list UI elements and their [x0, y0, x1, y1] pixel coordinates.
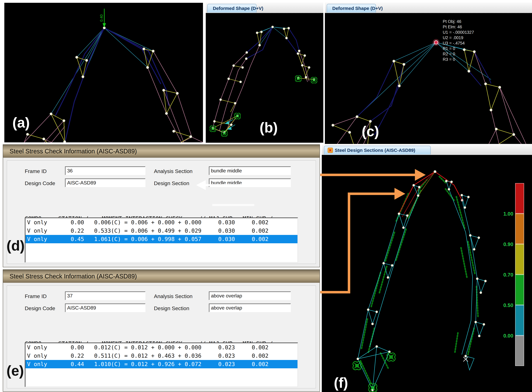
load-arrow-icon: 0.40: [99, 9, 106, 28]
tooltip-line: U3 = -.4754: [443, 41, 474, 46]
list-item[interactable]: V only 0.22 0.511(C) = 0.012 + 0.463 + 0…: [26, 352, 297, 360]
legend-label: 0.50: [495, 302, 513, 308]
tab-label: Steel Design Sections (AISC-ASD89): [335, 148, 415, 153]
tooltip-line: R3 = 0: [443, 57, 474, 62]
legend-swatch-yellow: [515, 244, 524, 275]
list-item[interactable]: V only 0.22 0.533(C) = 0.006 + 0.499 + 0…: [26, 227, 297, 235]
panel-c-tabstrip: Deformed Shape (D+V): [325, 2, 532, 14]
panel-c-label: (c): [362, 123, 379, 140]
load-value: 0.40: [99, 14, 103, 22]
composite-figure: 0.40 (a) Deformed Shape (D+V): [0, 0, 532, 392]
tab-deformed-shape-b[interactable]: Deformed Shape (D+V): [207, 4, 256, 13]
panel-c-structure: [325, 13, 532, 144]
navy-chords: [55, 28, 169, 142]
frame-id-label: Frame ID: [25, 293, 47, 299]
steel-stress-check-dialog-d: Steel Stress Check Information (AISC-ASD…: [3, 144, 320, 267]
design-code-label: Design Code: [25, 305, 55, 311]
legend-label: 1.00: [495, 211, 513, 217]
stress-check-list-e[interactable]: V only 0.00 0.012(C) = 0.012 + 0.000 + 0…: [25, 342, 298, 387]
analysis-section-field[interactable]: bundle middle: [209, 166, 291, 175]
legend-swatch-red: [515, 183, 524, 214]
panel-c-window: Deformed Shape (D+V): [325, 2, 532, 144]
stress-check-list-d[interactable]: V only 0.00 0.006(C) = 0.006 + 0.000 + 0…: [25, 217, 298, 263]
legend-swatch-green: [515, 275, 524, 305]
design-code-field[interactable]: AISC-ASD89: [65, 303, 145, 312]
tab-deformed-shape-c[interactable]: Deformed Shape (D+V): [327, 4, 376, 13]
panel-f-label: (f): [334, 375, 348, 391]
panel-a-label: (a): [12, 115, 30, 131]
list-item-selected[interactable]: V only 0.45 1.061(C) = 0.006 + 0.998 + 0…: [26, 235, 297, 243]
panel-c-model-view[interactable]: Pt Obj: 46 Pt Elm: 46 U1 = -.00001327 U2…: [325, 13, 532, 144]
list-item[interactable]: V only 0.00 0.006(C) = 0.006 + 0.000 + 0…: [26, 218, 297, 227]
panel-a-structure: 0.40: [4, 3, 203, 142]
tooltip-line: Pt Elm: 46: [443, 24, 474, 30]
legend-swatch-gray: [515, 336, 524, 366]
tooltip-line: R1 = 0: [443, 46, 474, 51]
legend-label: 0.00: [495, 333, 513, 339]
list-item-selected[interactable]: V only 0.44 1.010(C) = 0.012 + 0.926 + 0…: [26, 360, 297, 368]
joints: [26, 27, 192, 142]
analysis-section-label: Analysis Section: [154, 168, 192, 174]
design-section-label: Design Section: [154, 305, 189, 311]
app-icon: [328, 148, 333, 153]
design-code-field[interactable]: AISC-ASD89: [65, 178, 145, 187]
tab-label: Deformed Shape (D+V): [332, 6, 383, 11]
dialog-d-titlebar[interactable]: Steel Stress Check Information (AISC-ASD…: [3, 145, 319, 158]
design-section-field[interactable]: bundle middle: [209, 178, 291, 187]
frame-id-label: Frame ID: [25, 168, 47, 174]
panel-a-model-view[interactable]: 0.40 (a): [4, 3, 203, 142]
dialog-e-title: Steel Stress Check Information (AISC-ASD…: [3, 273, 137, 280]
legend-swatch-teal: [515, 305, 524, 336]
legend-label: 0.70: [495, 272, 513, 278]
panel-f-tabstrip: Steel Design Sections (AISC-ASD89): [322, 144, 532, 155]
yellow-bracing: [28, 49, 191, 142]
design-code-label: Design Code: [25, 180, 55, 186]
analysis-section-label: Analysis Section: [154, 293, 192, 299]
panel-b-label: (b): [259, 119, 278, 136]
tab-steel-design-sections[interactable]: Steel Design Sections (AISC-ASD89): [324, 146, 431, 154]
list-item[interactable]: V only 0.00 0.012(C) = 0.012 + 0.000 + 0…: [26, 343, 297, 352]
design-section-field[interactable]: above overlap: [209, 303, 291, 312]
tab-label: Deformed Shape (D+V): [213, 6, 263, 11]
panel-b-model-view[interactable]: (b): [206, 13, 323, 143]
selected-joint[interactable]: [433, 39, 439, 45]
panel-d-label: (d): [6, 238, 25, 254]
panel-b-window: Deformed Shape (D+V): [206, 2, 323, 143]
tooltip-line: R2 = 0: [443, 51, 474, 57]
dialog-e-titlebar[interactable]: Steel Stress Check Information (AISC-ASD…: [3, 270, 319, 283]
joint-displacement-tooltip: Pt Obj: 46 Pt Elm: 46 U1 = -.00001327 U2…: [443, 19, 474, 62]
fan-lines: [51, 28, 153, 114]
tooltip-line: U1 = -.00001327: [443, 30, 474, 35]
frame-id-field[interactable]: 36: [65, 166, 145, 175]
legend-label: 0.90: [495, 241, 513, 247]
dialog-d-title: Steel Stress Check Information (AISC-ASD…: [3, 148, 137, 155]
frame-id-field[interactable]: 37: [65, 291, 145, 300]
panel-f-model-view[interactable]: 1.00 0.90 0.70 0.50 0.00 (f): [322, 155, 532, 392]
analysis-section-field[interactable]: above overlap: [209, 291, 291, 300]
tooltip-line: Pt Obj: 46: [443, 19, 474, 24]
legend-swatch-orange: [515, 214, 524, 244]
panel-b-tabstrip: Deformed Shape (D+V): [206, 2, 323, 14]
panel-f-window: Steel Design Sections (AISC-ASD89): [322, 144, 532, 392]
panel-e-label: (e): [6, 363, 24, 379]
pink-chords: [24, 51, 203, 142]
tooltip-line: U2 = .0019: [443, 35, 474, 41]
design-section-label: Design Section: [154, 180, 189, 186]
steel-stress-check-dialog-e: Steel Stress Check Information (AISC-ASD…: [3, 269, 320, 392]
